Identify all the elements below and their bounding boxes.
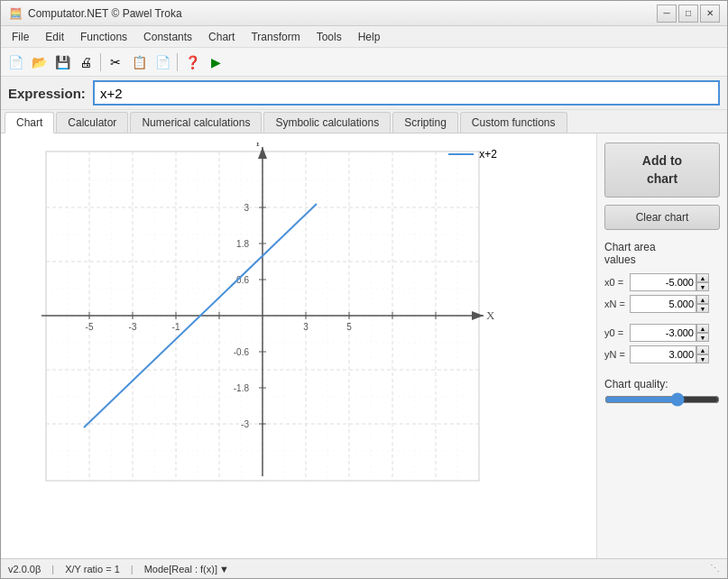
menu-constants[interactable]: Constants [136, 28, 199, 46]
chart-area-title: Chart areavalues [604, 241, 720, 266]
svg-text:3: 3 [244, 203, 249, 213]
minimize-button[interactable]: ─ [657, 5, 677, 23]
svg-text:-3: -3 [129, 322, 137, 332]
open-button[interactable]: 📂 [28, 51, 50, 73]
menu-transform[interactable]: Transform [244, 28, 307, 46]
status-sep-2: | [131, 564, 134, 574]
svg-text:-5: -5 [86, 322, 94, 332]
status-sep-1: | [51, 564, 54, 574]
title-controls: ─ □ ✕ [657, 5, 720, 23]
mode-label: Mode[Real : f(x)] [144, 564, 217, 574]
x0-down-button[interactable]: ▼ [696, 282, 709, 291]
svg-text:-1.8: -1.8 [234, 383, 250, 393]
chart-legend: x+2 [448, 148, 497, 161]
right-panel: Add tochart Clear chart Chart areavalues… [596, 133, 727, 558]
title-bar: 🧮 Computator.NET © Pawel Troka ─ □ ✕ [1, 1, 727, 26]
y0-field: y0 = ▲ ▼ [604, 324, 720, 342]
y0-input[interactable] [630, 324, 696, 342]
ratio-label: X/Y ratio = 1 [65, 564, 120, 574]
cut-button[interactable]: ✂ [105, 51, 126, 73]
yN-spinners: ▲ ▼ [696, 345, 709, 363]
tabs-bar: Chart Calculator Numerical calculations … [1, 110, 727, 133]
toolbar-separator-1 [100, 53, 101, 71]
tab-scripting[interactable]: Scripting [392, 112, 458, 133]
resize-grip-icon: ⋱ [710, 563, 720, 574]
legend-label: x+2 [479, 148, 497, 161]
chart-area-values-section: Chart areavalues x0 = ▲ ▼ xN = [604, 237, 720, 367]
menu-edit[interactable]: Edit [38, 28, 71, 46]
yN-input[interactable] [630, 345, 696, 363]
chart-area: x+2 [1, 133, 596, 558]
toolbar-separator-2 [177, 53, 178, 71]
svg-text:X: X [486, 308, 495, 322]
main-window: 🧮 Computator.NET © Pawel Troka ─ □ ✕ Fil… [0, 0, 728, 579]
x0-label: x0 = [604, 277, 630, 288]
svg-text:1.8: 1.8 [236, 239, 249, 249]
menu-functions[interactable]: Functions [73, 28, 134, 46]
toolbar: 📄 📂 💾 🖨 ✂ 📋 📄 ❓ ▶ [1, 48, 727, 77]
legend-line [448, 153, 474, 155]
mode-button[interactable]: Mode[Real : f(x)] ▼ [144, 564, 229, 574]
expression-bar: Expression: [1, 77, 727, 110]
save-button[interactable]: 💾 [51, 51, 73, 73]
x0-spinners: ▲ ▼ [696, 273, 709, 291]
copy-button[interactable]: 📋 [128, 51, 150, 73]
menu-file[interactable]: File [5, 28, 36, 46]
menu-bar: File Edit Functions Constants Chart Tran… [1, 26, 727, 48]
xN-input[interactable] [630, 295, 696, 313]
y0-label: y0 = [604, 327, 630, 338]
title-bar-left: 🧮 Computator.NET © Pawel Troka [8, 6, 182, 21]
version-label: v2.0.0β [8, 564, 41, 574]
print-button[interactable]: 🖨 [75, 51, 97, 73]
x0-field: x0 = ▲ ▼ [604, 273, 720, 291]
tab-calculator[interactable]: Calculator [56, 112, 128, 133]
help-button[interactable]: ❓ [181, 51, 203, 73]
y0-down-button[interactable]: ▼ [696, 333, 709, 342]
tab-chart[interactable]: Chart [5, 112, 54, 133]
y0-up-button[interactable]: ▲ [696, 324, 709, 333]
mode-chevron-icon: ▼ [219, 564, 229, 574]
svg-text:-1: -1 [172, 322, 180, 332]
xN-spinners: ▲ ▼ [696, 295, 709, 313]
svg-text:3: 3 [303, 322, 309, 332]
app-icon: 🧮 [8, 6, 23, 21]
menu-help[interactable]: Help [351, 28, 388, 46]
tab-symbolic[interactable]: Symbolic calculations [263, 112, 391, 133]
menu-chart[interactable]: Chart [201, 28, 242, 46]
expression-input[interactable] [93, 80, 720, 106]
menu-tools[interactable]: Tools [309, 28, 349, 46]
x0-up-button[interactable]: ▲ [696, 273, 709, 282]
xN-down-button[interactable]: ▼ [696, 304, 709, 313]
yN-label: yN = [604, 349, 630, 360]
main-content: x+2 [1, 133, 727, 558]
svg-text:-0.6: -0.6 [234, 347, 250, 357]
chart-quality-label: Chart quality: [604, 378, 720, 391]
yN-up-button[interactable]: ▲ [696, 345, 709, 354]
chart-quality-slider-track [604, 391, 720, 409]
yN-down-button[interactable]: ▼ [696, 354, 709, 363]
expression-label: Expression: [8, 86, 86, 101]
yN-field: yN = ▲ ▼ [604, 345, 720, 363]
y0-spinners: ▲ ▼ [696, 324, 709, 342]
paste-button[interactable]: 📄 [152, 51, 173, 73]
run-button[interactable]: ▶ [205, 51, 226, 73]
status-bar: v2.0.0β | X/Y ratio = 1 | Mode[Real : f(… [1, 558, 727, 578]
window-title: Computator.NET © Pawel Troka [28, 7, 182, 20]
chart-quality-slider[interactable] [604, 392, 720, 407]
xN-up-button[interactable]: ▲ [696, 295, 709, 304]
tab-custom-functions[interactable]: Custom functions [460, 112, 567, 133]
close-button[interactable]: ✕ [700, 5, 720, 23]
chart-quality-section: Chart quality: [604, 374, 720, 409]
svg-text:Y: Y [253, 142, 263, 149]
add-to-chart-button[interactable]: Add tochart [604, 142, 720, 198]
svg-text:5: 5 [346, 322, 352, 332]
tab-numerical[interactable]: Numerical calculations [130, 112, 262, 133]
chart-svg: X Y 3 1.8 0.6 -0.6 -1.8 -3 -5 -3 -1 [10, 142, 497, 499]
clear-chart-button[interactable]: Clear chart [604, 205, 720, 230]
add-to-chart-label: Add tochart [642, 153, 682, 186]
xN-field: xN = ▲ ▼ [604, 295, 720, 313]
new-button[interactable]: 📄 [5, 51, 26, 73]
svg-text:-3: -3 [241, 419, 249, 429]
x0-input[interactable] [630, 273, 696, 291]
maximize-button[interactable]: □ [678, 5, 698, 23]
